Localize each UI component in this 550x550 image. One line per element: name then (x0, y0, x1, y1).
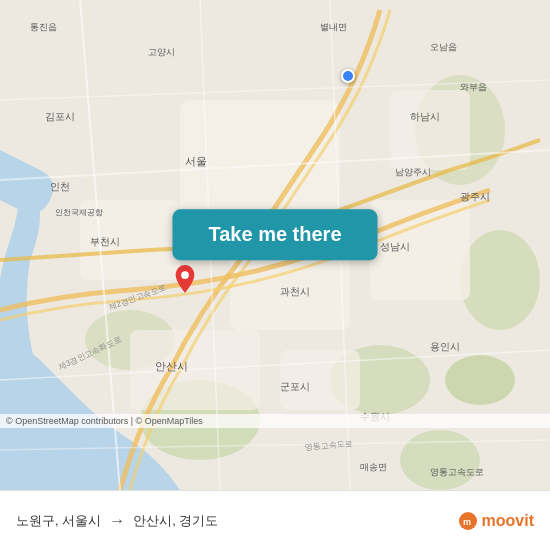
svg-text:서울: 서울 (185, 155, 207, 167)
origin-label: 노원구, 서울시 (16, 512, 101, 530)
svg-text:부천시: 부천시 (90, 236, 120, 247)
svg-point-47 (181, 271, 189, 279)
moovit-icon: m (458, 511, 478, 531)
svg-point-6 (460, 230, 540, 330)
svg-text:남양주시: 남양주시 (395, 167, 431, 177)
svg-text:용인시: 용인시 (430, 341, 460, 352)
destination-pin (171, 265, 199, 293)
origin-marker (341, 69, 355, 83)
map-container: 서울 부천시 인천 성남시 과천시 안산시 군포시 수원시 용인시 김포시 하남… (0, 0, 550, 490)
svg-rect-14 (280, 350, 360, 410)
svg-text:하남시: 하남시 (410, 111, 440, 122)
svg-text:인천: 인천 (50, 181, 70, 192)
arrow-icon: → (109, 512, 125, 530)
footer-bar: 노원구, 서울시 → 안산시, 경기도 m moovit (0, 490, 550, 550)
svg-text:과천시: 과천시 (280, 286, 310, 297)
svg-text:광주시: 광주시 (460, 191, 490, 202)
svg-text:m: m (463, 517, 471, 527)
take-me-there-button[interactable]: Take me there (172, 209, 377, 260)
svg-point-3 (400, 430, 480, 490)
svg-text:영통고속도로: 영통고속도로 (430, 467, 484, 477)
svg-text:안산시: 안산시 (155, 360, 188, 372)
svg-text:오남읍: 오남읍 (430, 42, 457, 52)
moovit-logo: m moovit (458, 511, 534, 531)
svg-text:별내면: 별내면 (320, 22, 347, 32)
route-info: 노원구, 서울시 → 안산시, 경기도 (16, 512, 218, 530)
svg-text:매송면: 매송면 (360, 462, 387, 472)
destination-label: 안산시, 경기도 (133, 512, 218, 530)
svg-text:인천국제공항: 인천국제공항 (55, 208, 103, 217)
svg-point-4 (445, 355, 515, 405)
copyright-label: © OpenStreetMap contributors | © OpenMap… (6, 416, 203, 426)
copyright-text: © OpenStreetMap contributors | © OpenMap… (0, 414, 550, 428)
svg-text:고양시: 고양시 (148, 47, 175, 57)
moovit-brand-text: moovit (482, 512, 534, 530)
svg-text:통진읍: 통진읍 (30, 22, 57, 32)
svg-text:김포시: 김포시 (45, 111, 75, 122)
svg-text:군포시: 군포시 (280, 381, 310, 392)
svg-text:와부읍: 와부읍 (460, 82, 487, 92)
svg-text:성남시: 성남시 (380, 241, 410, 252)
